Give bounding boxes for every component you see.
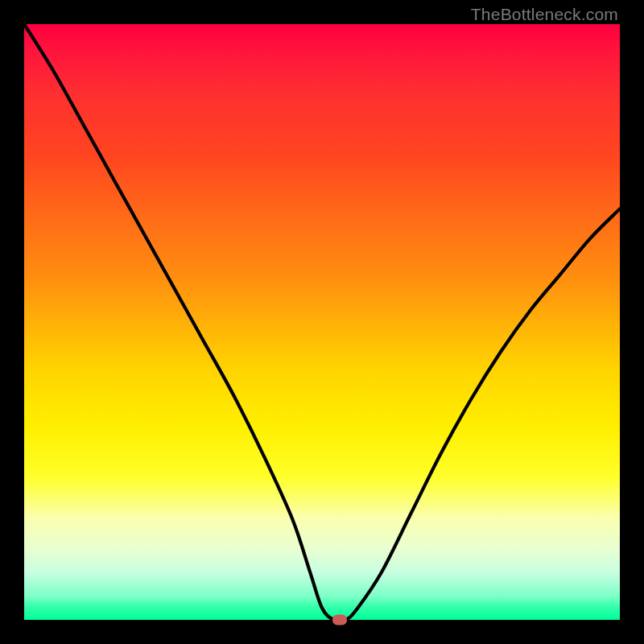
- bottleneck-curve: [24, 24, 620, 620]
- plot-area: [24, 24, 620, 620]
- curve-svg: [24, 24, 620, 620]
- optimum-marker: [332, 615, 347, 625]
- chart-frame: TheBottleneck.com: [0, 0, 644, 644]
- credit-text: TheBottleneck.com: [471, 5, 618, 24]
